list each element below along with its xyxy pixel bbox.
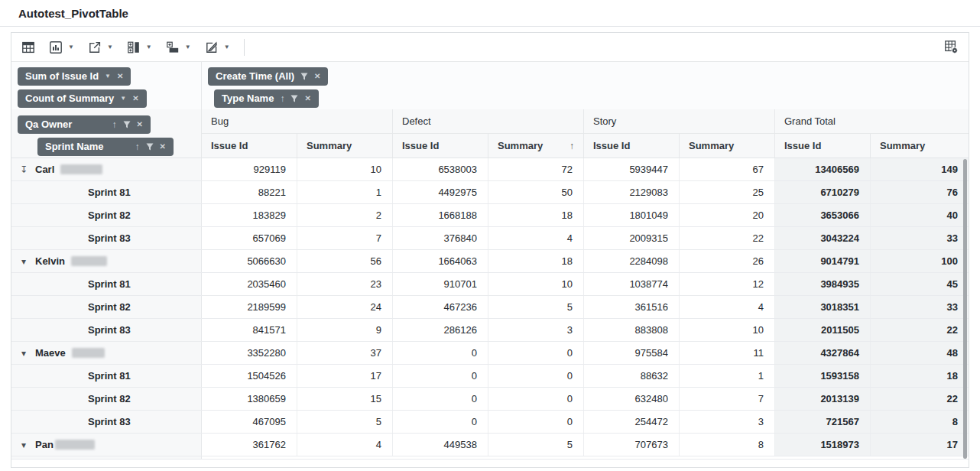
chevron-down-icon: ▼ [68, 44, 74, 50]
filter-funnel-icon[interactable] [300, 73, 308, 80]
col-header-story-summary[interactable]: Summary [680, 134, 775, 158]
row-label-cell[interactable]: ↧Carl [11, 158, 202, 180]
value-cell: 100 [871, 250, 969, 272]
row-label-cell[interactable]: ▾Maeve [11, 342, 202, 364]
close-icon[interactable]: ✕ [137, 121, 143, 128]
value-cell: 1380659 [202, 388, 297, 410]
collapse-icon[interactable]: ▾ [18, 440, 29, 450]
value-cell: 72 [488, 158, 584, 180]
filter-zone: Sum of Issue Id ▼✕ Count of Summary ▼✕ C… [11, 62, 969, 109]
chip-qa-owner[interactable]: Qa Owner ↑✕ [18, 115, 151, 134]
value-cell: 361762 [202, 434, 297, 456]
value-cell: 2035460 [202, 273, 297, 295]
chip-sum-of-issue-id[interactable]: Sum of Issue Id ▼✕ [18, 67, 131, 86]
close-icon[interactable]: ✕ [304, 95, 310, 102]
col-header-story-issue-id[interactable]: Issue Id [584, 134, 680, 158]
chip-create-time[interactable]: Create Time (All) ✕ [208, 67, 328, 86]
close-icon[interactable]: ✕ [160, 143, 166, 151]
value-cell: 1 [680, 365, 775, 387]
value-cell: 841571 [202, 319, 297, 341]
row-label: Sprint 83 [88, 232, 131, 244]
export-icon [88, 41, 102, 54]
export-button[interactable]: ▼ [88, 41, 113, 54]
chart-view-button[interactable]: ▼ [49, 41, 74, 54]
collapse-icon[interactable]: ▾ [18, 349, 29, 358]
filter-funnel-icon[interactable] [146, 143, 154, 151]
col-header-grand-total-issue-id[interactable]: Issue Id [775, 134, 871, 158]
table-row: Sprint 836570697376840420093152230432243… [11, 227, 969, 250]
caret-down-icon[interactable]: ▼ [120, 96, 126, 102]
value-cell: 9014791 [775, 250, 871, 272]
collapse-icon[interactable]: ▾ [18, 257, 29, 266]
value-cell: 88632 [584, 365, 680, 387]
table-settings-button[interactable] [944, 40, 959, 54]
table-view-button[interactable] [21, 41, 35, 54]
value-cell: 24 [297, 296, 393, 318]
row-subtotals-button[interactable]: ▼ [166, 41, 191, 54]
chart-view-icon [49, 41, 63, 54]
table-settings-icon [944, 40, 959, 54]
value-cell: 3352280 [202, 342, 297, 364]
table-row: Sprint 818822114492975502129083256710279… [11, 181, 969, 204]
chip-count-of-summary[interactable]: Count of Summary ▼✕ [18, 89, 147, 108]
col-header-grand-total-summary[interactable]: Summary [871, 134, 969, 158]
col-header-label: Summary [307, 140, 352, 151]
row-label-cell: Sprint 82 [11, 296, 202, 318]
filter-funnel-icon[interactable] [123, 121, 131, 128]
value-cell: 975584 [584, 342, 680, 364]
value-cell: 2 [297, 204, 393, 226]
sort-up-icon[interactable]: ↑ [135, 142, 140, 151]
value-cell: 0 [488, 411, 584, 433]
close-icon[interactable]: ✕ [314, 73, 320, 80]
filter-funnel-icon[interactable] [290, 95, 298, 102]
value-cell: 12 [680, 273, 775, 295]
close-icon[interactable]: ✕ [132, 95, 138, 102]
col-group-story: Story [584, 109, 775, 133]
value-cell: 5 [297, 411, 393, 433]
table-body: ↧Carl92911910653800372593944767134065691… [11, 158, 969, 456]
title-bar: Autotest_PivotTable [0, 0, 980, 27]
row-label-cell: Sprint 81 [11, 181, 202, 203]
values-filter-panel: Sum of Issue Id ▼✕ Count of Summary ▼✕ [11, 62, 202, 109]
chip-sprint-name[interactable]: Sprint Name ↑✕ [37, 138, 174, 156]
edit-button[interactable]: ▼ [205, 41, 230, 54]
value-cell: 3043224 [775, 227, 871, 249]
value-cell: 0 [393, 388, 488, 410]
sort-up-icon[interactable]: ↑ [112, 120, 117, 129]
table-row: ▾Maeve3352280370097558411432786448 [11, 342, 969, 365]
caret-down-icon[interactable]: ▼ [105, 73, 111, 80]
row-label: Sprint 82 [88, 393, 131, 404]
chip-type-name[interactable]: Type Name ↑✕ [214, 89, 319, 108]
value-cell: 376840 [393, 227, 488, 249]
col-header-defect-issue-id[interactable]: Issue Id [393, 134, 488, 158]
value-cell: 1 [297, 181, 393, 203]
value-cell: 10 [488, 273, 584, 295]
column-subtotals-button[interactable]: ▼ [127, 41, 152, 54]
table-row: ↧Carl92911910653800372593944767134065691… [11, 158, 969, 181]
row-label-cell[interactable]: ▾Pan [11, 434, 202, 456]
value-cell: 2009315 [584, 227, 680, 249]
table-row: Sprint 838415719286126388380810201150522 [11, 319, 969, 342]
close-icon[interactable]: ✕ [117, 73, 123, 80]
value-cell: 4 [297, 434, 393, 456]
col-header-defect-summary[interactable]: Summary↑ [488, 134, 584, 158]
expand-icon[interactable]: ↧ [18, 165, 29, 174]
column-headers: Bug Defect Story Grand Total Issue Id Su… [202, 109, 969, 158]
table-row: Sprint 812035460239107011010387741239849… [11, 273, 969, 296]
col-header-bug-summary[interactable]: Summary [297, 134, 393, 158]
vertical-scrollbar[interactable] [963, 159, 967, 459]
row-label-cell[interactable]: ▾Kelvin [11, 250, 202, 272]
value-cell: 4327864 [775, 342, 871, 364]
value-cell: 449538 [393, 434, 488, 456]
value-cell: 4492975 [393, 181, 488, 203]
row-label: Pan [35, 439, 54, 450]
value-cell: 6710279 [775, 181, 871, 203]
value-cell: 33 [871, 227, 969, 249]
value-cell: 4 [680, 296, 775, 318]
row-label: Sprint 83 [88, 324, 131, 336]
table-view-icon [21, 41, 35, 54]
sort-up-icon[interactable]: ↑ [280, 94, 284, 103]
value-cell: 0 [393, 365, 488, 387]
col-header-bug-issue-id[interactable]: Issue Id [202, 134, 297, 158]
value-cell: 10 [680, 319, 775, 341]
